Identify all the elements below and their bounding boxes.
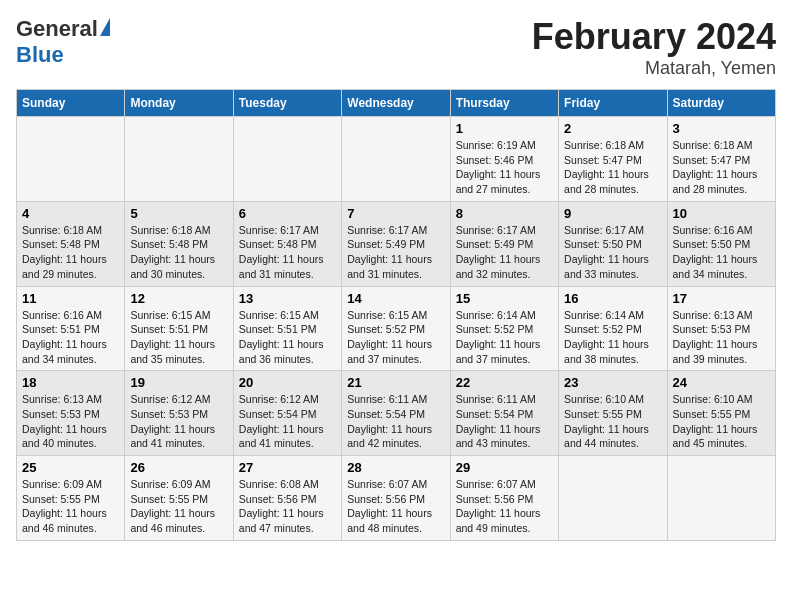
day-content: Sunrise: 6:09 AMSunset: 5:55 PMDaylight:… <box>22 477 119 536</box>
day-number: 28 <box>347 460 444 475</box>
logo-blue-text: Blue <box>16 42 64 68</box>
calendar-cell: 7Sunrise: 6:17 AMSunset: 5:49 PMDaylight… <box>342 201 450 286</box>
day-number: 3 <box>673 121 770 136</box>
calendar-cell: 27Sunrise: 6:08 AMSunset: 5:56 PMDayligh… <box>233 456 341 541</box>
calendar-cell: 16Sunrise: 6:14 AMSunset: 5:52 PMDayligh… <box>559 286 667 371</box>
calendar-cell <box>125 117 233 202</box>
calendar-cell: 26Sunrise: 6:09 AMSunset: 5:55 PMDayligh… <box>125 456 233 541</box>
day-number: 9 <box>564 206 661 221</box>
logo-triangle-icon <box>100 18 110 36</box>
day-number: 18 <box>22 375 119 390</box>
calendar-cell: 9Sunrise: 6:17 AMSunset: 5:50 PMDaylight… <box>559 201 667 286</box>
calendar-cell: 29Sunrise: 6:07 AMSunset: 5:56 PMDayligh… <box>450 456 558 541</box>
day-number: 22 <box>456 375 553 390</box>
day-number: 1 <box>456 121 553 136</box>
day-content: Sunrise: 6:13 AMSunset: 5:53 PMDaylight:… <box>22 392 119 451</box>
title-section: February 2024 Matarah, Yemen <box>532 16 776 79</box>
day-number: 10 <box>673 206 770 221</box>
day-number: 27 <box>239 460 336 475</box>
logo-general-text: General <box>16 16 98 42</box>
day-content: Sunrise: 6:14 AMSunset: 5:52 PMDaylight:… <box>456 308 553 367</box>
header-day-wednesday: Wednesday <box>342 90 450 117</box>
day-number: 2 <box>564 121 661 136</box>
day-content: Sunrise: 6:15 AMSunset: 5:51 PMDaylight:… <box>130 308 227 367</box>
day-content: Sunrise: 6:17 AMSunset: 5:50 PMDaylight:… <box>564 223 661 282</box>
day-number: 17 <box>673 291 770 306</box>
calendar-week-row: 25Sunrise: 6:09 AMSunset: 5:55 PMDayligh… <box>17 456 776 541</box>
day-number: 4 <box>22 206 119 221</box>
day-number: 8 <box>456 206 553 221</box>
day-content: Sunrise: 6:11 AMSunset: 5:54 PMDaylight:… <box>347 392 444 451</box>
calendar-cell: 20Sunrise: 6:12 AMSunset: 5:54 PMDayligh… <box>233 371 341 456</box>
day-content: Sunrise: 6:18 AMSunset: 5:47 PMDaylight:… <box>564 138 661 197</box>
calendar-week-row: 18Sunrise: 6:13 AMSunset: 5:53 PMDayligh… <box>17 371 776 456</box>
day-number: 6 <box>239 206 336 221</box>
day-content: Sunrise: 6:08 AMSunset: 5:56 PMDaylight:… <box>239 477 336 536</box>
calendar-cell: 3Sunrise: 6:18 AMSunset: 5:47 PMDaylight… <box>667 117 775 202</box>
calendar-cell: 18Sunrise: 6:13 AMSunset: 5:53 PMDayligh… <box>17 371 125 456</box>
header-day-tuesday: Tuesday <box>233 90 341 117</box>
calendar-cell <box>667 456 775 541</box>
day-content: Sunrise: 6:09 AMSunset: 5:55 PMDaylight:… <box>130 477 227 536</box>
calendar-cell: 28Sunrise: 6:07 AMSunset: 5:56 PMDayligh… <box>342 456 450 541</box>
day-content: Sunrise: 6:07 AMSunset: 5:56 PMDaylight:… <box>347 477 444 536</box>
header-day-monday: Monday <box>125 90 233 117</box>
day-number: 12 <box>130 291 227 306</box>
header-day-friday: Friday <box>559 90 667 117</box>
day-number: 20 <box>239 375 336 390</box>
day-content: Sunrise: 6:18 AMSunset: 5:48 PMDaylight:… <box>22 223 119 282</box>
calendar-cell: 17Sunrise: 6:13 AMSunset: 5:53 PMDayligh… <box>667 286 775 371</box>
day-content: Sunrise: 6:16 AMSunset: 5:50 PMDaylight:… <box>673 223 770 282</box>
calendar-week-row: 11Sunrise: 6:16 AMSunset: 5:51 PMDayligh… <box>17 286 776 371</box>
calendar-cell: 14Sunrise: 6:15 AMSunset: 5:52 PMDayligh… <box>342 286 450 371</box>
calendar-cell: 1Sunrise: 6:19 AMSunset: 5:46 PMDaylight… <box>450 117 558 202</box>
day-number: 19 <box>130 375 227 390</box>
calendar-cell: 23Sunrise: 6:10 AMSunset: 5:55 PMDayligh… <box>559 371 667 456</box>
calendar-cell: 8Sunrise: 6:17 AMSunset: 5:49 PMDaylight… <box>450 201 558 286</box>
calendar-header-row: SundayMondayTuesdayWednesdayThursdayFrid… <box>17 90 776 117</box>
calendar-cell <box>559 456 667 541</box>
calendar-cell <box>17 117 125 202</box>
day-content: Sunrise: 6:15 AMSunset: 5:51 PMDaylight:… <box>239 308 336 367</box>
day-content: Sunrise: 6:18 AMSunset: 5:47 PMDaylight:… <box>673 138 770 197</box>
calendar-cell: 19Sunrise: 6:12 AMSunset: 5:53 PMDayligh… <box>125 371 233 456</box>
day-content: Sunrise: 6:17 AMSunset: 5:48 PMDaylight:… <box>239 223 336 282</box>
calendar-cell: 24Sunrise: 6:10 AMSunset: 5:55 PMDayligh… <box>667 371 775 456</box>
day-content: Sunrise: 6:10 AMSunset: 5:55 PMDaylight:… <box>564 392 661 451</box>
day-number: 11 <box>22 291 119 306</box>
day-number: 7 <box>347 206 444 221</box>
day-content: Sunrise: 6:17 AMSunset: 5:49 PMDaylight:… <box>456 223 553 282</box>
calendar-cell: 22Sunrise: 6:11 AMSunset: 5:54 PMDayligh… <box>450 371 558 456</box>
calendar-cell: 11Sunrise: 6:16 AMSunset: 5:51 PMDayligh… <box>17 286 125 371</box>
day-number: 13 <box>239 291 336 306</box>
calendar-cell: 15Sunrise: 6:14 AMSunset: 5:52 PMDayligh… <box>450 286 558 371</box>
day-content: Sunrise: 6:12 AMSunset: 5:53 PMDaylight:… <box>130 392 227 451</box>
day-content: Sunrise: 6:14 AMSunset: 5:52 PMDaylight:… <box>564 308 661 367</box>
calendar-table: SundayMondayTuesdayWednesdayThursdayFrid… <box>16 89 776 541</box>
day-number: 29 <box>456 460 553 475</box>
day-number: 5 <box>130 206 227 221</box>
day-content: Sunrise: 6:13 AMSunset: 5:53 PMDaylight:… <box>673 308 770 367</box>
header-day-thursday: Thursday <box>450 90 558 117</box>
calendar-cell: 25Sunrise: 6:09 AMSunset: 5:55 PMDayligh… <box>17 456 125 541</box>
calendar-week-row: 1Sunrise: 6:19 AMSunset: 5:46 PMDaylight… <box>17 117 776 202</box>
calendar-cell: 5Sunrise: 6:18 AMSunset: 5:48 PMDaylight… <box>125 201 233 286</box>
logo: General Blue <box>16 16 110 68</box>
calendar-cell: 13Sunrise: 6:15 AMSunset: 5:51 PMDayligh… <box>233 286 341 371</box>
calendar-cell: 12Sunrise: 6:15 AMSunset: 5:51 PMDayligh… <box>125 286 233 371</box>
calendar-cell: 2Sunrise: 6:18 AMSunset: 5:47 PMDaylight… <box>559 117 667 202</box>
page-header: General Blue February 2024 Matarah, Yeme… <box>16 16 776 79</box>
day-content: Sunrise: 6:19 AMSunset: 5:46 PMDaylight:… <box>456 138 553 197</box>
calendar-cell: 4Sunrise: 6:18 AMSunset: 5:48 PMDaylight… <box>17 201 125 286</box>
day-content: Sunrise: 6:18 AMSunset: 5:48 PMDaylight:… <box>130 223 227 282</box>
calendar-cell <box>342 117 450 202</box>
header-day-saturday: Saturday <box>667 90 775 117</box>
day-number: 21 <box>347 375 444 390</box>
day-content: Sunrise: 6:17 AMSunset: 5:49 PMDaylight:… <box>347 223 444 282</box>
day-number: 26 <box>130 460 227 475</box>
location: Matarah, Yemen <box>532 58 776 79</box>
day-content: Sunrise: 6:16 AMSunset: 5:51 PMDaylight:… <box>22 308 119 367</box>
calendar-cell: 6Sunrise: 6:17 AMSunset: 5:48 PMDaylight… <box>233 201 341 286</box>
day-number: 25 <box>22 460 119 475</box>
header-day-sunday: Sunday <box>17 90 125 117</box>
